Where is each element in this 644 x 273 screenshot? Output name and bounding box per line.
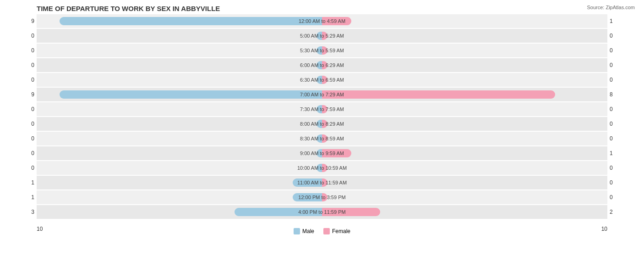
time-label: 8:30 AM to 8:59 AM — [300, 136, 344, 141]
female-value: 0 — [610, 62, 630, 68]
male-value: 0 — [14, 33, 34, 39]
bar-section: 08:30 AM to 8:59 AM0 — [37, 132, 607, 145]
rows-container: 912:00 AM to 4:59 AM105:00 AM to 5:29 AM… — [37, 14, 607, 223]
table-row: 111:00 AM to 11:59 AM0 — [37, 176, 607, 189]
time-label: 9:00 AM to 9:59 AM — [300, 150, 344, 156]
time-label: 10:00 AM to 10:59 AM — [297, 165, 347, 171]
female-value: 1 — [610, 150, 630, 156]
female-value: 0 — [610, 47, 630, 54]
chart-title: TIME OF DEPARTURE TO WORK BY SEX IN ABBY… — [9, 5, 635, 12]
bar-section: 112:00 PM to 3:59 PM0 — [37, 190, 607, 204]
male-value: 0 — [14, 121, 34, 127]
time-label: 8:00 AM to 8:29 AM — [300, 121, 344, 127]
male-value: 0 — [14, 150, 34, 156]
female-value: 0 — [610, 106, 630, 112]
table-row: 05:30 AM to 5:59 AM0 — [37, 44, 607, 57]
legend-female-label: Female — [332, 228, 350, 234]
time-label: 4:00 PM to 11:59 PM — [298, 209, 345, 215]
female-value: 0 — [610, 135, 630, 142]
male-value: 0 — [14, 47, 34, 54]
chart-container: TIME OF DEPARTURE TO WORK BY SEX IN ABBY… — [0, 0, 644, 273]
female-value: 0 — [610, 33, 630, 39]
bar-section: 05:00 AM to 5:29 AM0 — [37, 29, 607, 43]
male-value: 0 — [14, 77, 34, 83]
table-row: 34:00 PM to 11:59 PM2 — [37, 205, 607, 219]
male-value: 1 — [14, 179, 34, 186]
bar-section: 09:00 AM to 9:59 AM1 — [37, 146, 607, 160]
table-row: 08:30 AM to 8:59 AM0 — [37, 132, 607, 145]
bar-section: 08:00 AM to 8:29 AM0 — [37, 117, 607, 131]
bar-section: 912:00 AM to 4:59 AM1 — [37, 14, 607, 28]
male-value: 0 — [14, 135, 34, 142]
time-label: 7:00 AM to 7:29 AM — [300, 92, 344, 97]
female-value: 8 — [610, 91, 630, 98]
male-value: 0 — [14, 62, 34, 68]
female-value: 0 — [610, 121, 630, 127]
time-label: 6:30 AM to 6:59 AM — [300, 77, 344, 83]
table-row: 08:00 AM to 8:29 AM0 — [37, 117, 607, 131]
legend-male-label: Male — [302, 228, 314, 234]
legend-male: Male — [294, 228, 314, 234]
bar-section: 010:00 AM to 10:59 AM0 — [37, 161, 607, 175]
bar-section: 05:30 AM to 5:59 AM0 — [37, 44, 607, 57]
bar-section: 07:30 AM to 7:59 AM0 — [37, 102, 607, 116]
x-axis-right: 10 — [601, 226, 607, 232]
time-label: 5:00 AM to 5:29 AM — [300, 33, 344, 39]
x-axis-left: 10 — [37, 226, 43, 232]
time-label: 6:00 AM to 6:29 AM — [300, 62, 344, 68]
legend: Male Female — [294, 228, 350, 234]
table-row: 112:00 PM to 3:59 PM0 — [37, 190, 607, 204]
bar-section: 97:00 AM to 7:29 AM8 — [37, 88, 607, 101]
bar-section: 111:00 AM to 11:59 AM0 — [37, 176, 607, 189]
female-value: 2 — [610, 209, 630, 215]
table-row: 05:00 AM to 5:29 AM0 — [37, 29, 607, 43]
male-value: 9 — [14, 91, 34, 98]
male-value: 1 — [14, 194, 34, 201]
male-value: 9 — [14, 18, 34, 24]
female-value: 0 — [610, 179, 630, 186]
male-value: 0 — [14, 106, 34, 112]
female-value: 1 — [610, 18, 630, 24]
table-row: 912:00 AM to 4:59 AM1 — [37, 14, 607, 28]
bar-section: 06:30 AM to 6:59 AM0 — [37, 73, 607, 87]
bar-section: 06:00 AM to 6:29 AM0 — [37, 58, 607, 72]
table-row: 07:30 AM to 7:59 AM0 — [37, 102, 607, 116]
table-row: 06:00 AM to 6:29 AM0 — [37, 58, 607, 72]
table-row: 06:30 AM to 6:59 AM0 — [37, 73, 607, 87]
female-value: 0 — [610, 77, 630, 83]
legend-female: Female — [323, 228, 350, 234]
time-label: 5:30 AM to 5:59 AM — [300, 48, 344, 53]
bar-section: 34:00 PM to 11:59 PM2 — [37, 205, 607, 219]
female-bar — [322, 90, 555, 99]
male-bar — [60, 90, 322, 99]
table-row: 97:00 AM to 7:29 AM8 — [37, 88, 607, 101]
chart-source: Source: ZipAtlas.com — [587, 5, 635, 10]
male-value: 3 — [14, 209, 34, 215]
table-row: 09:00 AM to 9:59 AM1 — [37, 146, 607, 160]
legend-male-box — [294, 228, 300, 234]
male-value: 0 — [14, 165, 34, 171]
time-label: 12:00 PM to 3:59 PM — [298, 195, 345, 200]
time-label: 7:30 AM to 7:59 AM — [300, 106, 344, 112]
male-bar — [60, 17, 322, 25]
time-label: 11:00 AM to 11:59 AM — [297, 180, 347, 185]
table-row: 010:00 AM to 10:59 AM0 — [37, 161, 607, 175]
time-label: 12:00 AM to 4:59 AM — [299, 18, 345, 24]
chart-area: 912:00 AM to 4:59 AM105:00 AM to 5:29 AM… — [9, 14, 635, 237]
female-value: 0 — [610, 165, 630, 171]
legend-female-box — [323, 228, 330, 234]
female-value: 0 — [610, 194, 630, 201]
